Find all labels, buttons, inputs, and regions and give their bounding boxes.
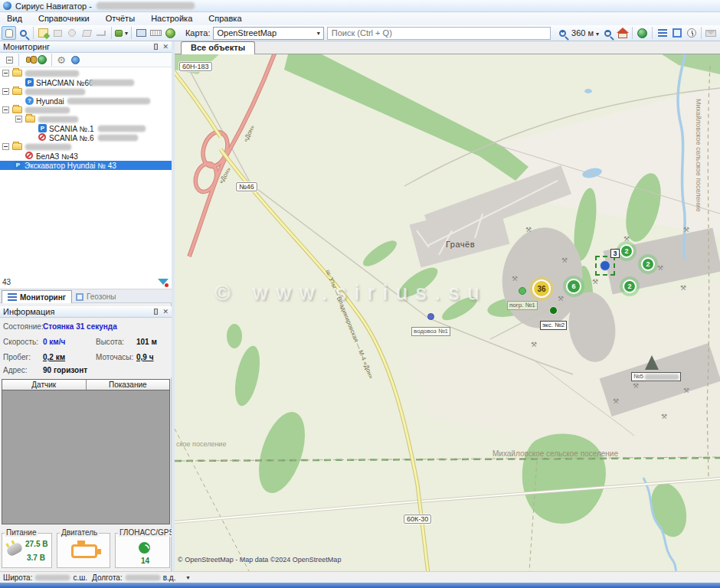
- speed-label: Скорость:: [3, 338, 38, 346]
- filter-value: 43: [2, 278, 11, 286]
- pin-icon[interactable]: [154, 309, 158, 315]
- zoom-in-icon: +: [559, 30, 566, 37]
- ruler-button[interactable]: [149, 26, 163, 40]
- redacted-latitude: [35, 575, 70, 580]
- folder-icon: [12, 106, 22, 113]
- tree-item-folder[interactable]: [0, 142, 172, 152]
- cluster-marker[interactable]: 6: [566, 279, 581, 294]
- tree-item-folder[interactable]: [0, 115, 172, 124]
- tree-item-shacman[interactable]: P SHACMAN №66: [0, 78, 172, 87]
- chevron-down-icon: ▾: [317, 30, 320, 37]
- tree-item-scania1[interactable]: P SCANIA №.1: [0, 124, 172, 133]
- collapse-icon[interactable]: [2, 88, 9, 95]
- menu-directories[interactable]: Справочники: [31, 12, 97, 23]
- menu-settings[interactable]: Настройка: [144, 12, 199, 23]
- map-provider-dropdown[interactable]: OpenStreetMap ▾: [213, 27, 323, 40]
- search-input[interactable]: [328, 28, 550, 39]
- tree-item-excavator-selected[interactable]: P Экскаватор Hyundai № 43: [0, 161, 172, 170]
- home-button[interactable]: [615, 26, 630, 40]
- monitoring-panel-title: Мониторинг: [3, 42, 149, 51]
- unit-marker-darkgreen[interactable]: [549, 306, 558, 315]
- collapse-icon[interactable]: [2, 106, 9, 113]
- menu-reports[interactable]: Отчёты: [99, 12, 142, 23]
- object-label-pogr1[interactable]: погр. №1: [507, 301, 538, 310]
- hours-value[interactable]: 0,9 ч: [136, 353, 154, 361]
- zoom-scale-dropdown[interactable]: 360 м▾: [571, 28, 599, 38]
- show-on-map-button[interactable]: [35, 54, 49, 66]
- polyline-tool-button[interactable]: [94, 26, 109, 40]
- tab-geozones[interactable]: Геозоны: [70, 290, 122, 303]
- tree-item-belaz[interactable]: БелАЗ №43: [0, 152, 172, 161]
- collapse-icon[interactable]: [15, 116, 22, 122]
- circle-tool-button[interactable]: [65, 26, 80, 40]
- tab-all-objects[interactable]: Все объекты: [181, 41, 255, 54]
- close-icon[interactable]: ✕: [162, 44, 169, 51]
- object-label-eks2[interactable]: экс. №2: [540, 321, 567, 330]
- mileage-value[interactable]: 0,2 км: [43, 353, 65, 361]
- pin-icon[interactable]: [154, 44, 158, 50]
- cluster-marker[interactable]: 2: [620, 244, 633, 258]
- select-region-button[interactable]: [669, 26, 684, 40]
- collapse-all-button[interactable]: [2, 54, 16, 66]
- polygon-tool-button[interactable]: [80, 26, 94, 40]
- geozone-icon: [76, 293, 83, 301]
- zoom-tool-button[interactable]: [16, 26, 31, 40]
- engine-gauge: Двигатель: [57, 533, 110, 568]
- tracking-button[interactable]: [68, 54, 82, 66]
- chevron-down-icon[interactable]: ▾: [186, 574, 189, 581]
- close-icon[interactable]: ✕: [162, 309, 169, 315]
- object-list-button[interactable]: [655, 26, 669, 40]
- menu-help[interactable]: Справка: [201, 12, 248, 23]
- tree-settings-button[interactable]: ⚙: [54, 54, 68, 66]
- gps-gauge-label: ГЛОНАСС/GPS: [118, 528, 175, 537]
- tree-item-folder[interactable]: [0, 69, 172, 78]
- binoculars-icon: [26, 57, 31, 63]
- globe-button[interactable]: [635, 26, 650, 40]
- search-box[interactable]: [327, 27, 551, 40]
- map-select-label: Карта:: [185, 28, 211, 38]
- pan-hand-button[interactable]: [2, 26, 16, 40]
- sirius-watermark: © www.sirius.su: [214, 281, 487, 305]
- redacted-text: [67, 98, 150, 104]
- value-column-header[interactable]: Показание: [87, 380, 170, 390]
- object-label-n5-text: №5: [633, 373, 643, 381]
- object-label-vodovoz1[interactable]: водовоз №1: [411, 327, 450, 336]
- collapse-icon[interactable]: [2, 143, 9, 150]
- tree-item-label: Hyundai: [36, 97, 64, 106]
- redacted-text: [645, 374, 679, 380]
- unit-marker-selected[interactable]: [600, 260, 610, 271]
- chevron-down-icon: ▾: [596, 31, 599, 38]
- road-shield-60k30: 60К-30: [404, 514, 431, 524]
- menu-view[interactable]: Вид: [0, 12, 29, 23]
- zoom-out-button[interactable]: −: [601, 26, 615, 40]
- sensor-column-header[interactable]: Датчик: [2, 380, 87, 390]
- mileage-label: Пробег:: [3, 353, 31, 361]
- tree-item-folder[interactable]: [0, 87, 172, 96]
- edit-map-button[interactable]: [36, 26, 51, 40]
- cluster-marker[interactable]: 2: [641, 257, 655, 271]
- map-viewport[interactable]: ⚒⚒ ⚒⚒ ⚒⚒ ⚒⚒ ⚒⚒ ⚒⚒ ⚒⚒ © www.sirius.su 60Н…: [175, 54, 720, 571]
- globe-3d-button[interactable]: [163, 26, 178, 40]
- layers-button[interactable]: ▾: [114, 26, 129, 40]
- cluster-marker[interactable]: 2: [623, 279, 637, 293]
- menu-bar: Вид Справочники Отчёты Настройка Справка: [0, 12, 720, 25]
- power-voltage-2: 3.7 В: [27, 554, 45, 562]
- unit-marker-violet[interactable]: [427, 313, 434, 320]
- unit-marker-green[interactable]: [519, 287, 526, 295]
- parking-status-icon: P: [14, 161, 22, 169]
- mail-button[interactable]: [704, 26, 718, 40]
- screen-button[interactable]: [134, 26, 149, 40]
- tree-item-scania6[interactable]: SCANIA №.6: [0, 133, 172, 142]
- tab-monitoring[interactable]: Мониторинг: [2, 290, 72, 303]
- node-tool-button[interactable]: [51, 26, 65, 40]
- tree-item-hyundai[interactable]: ? Hyundai: [0, 96, 172, 106]
- object-label-n5[interactable]: №5: [631, 372, 681, 381]
- unknown-status-icon: ?: [25, 96, 34, 105]
- svg-text:⚒: ⚒: [531, 341, 537, 348]
- list-icon: [8, 293, 17, 301]
- zoom-in-button[interactable]: +: [555, 26, 570, 40]
- history-button[interactable]: [684, 26, 699, 40]
- collapse-icon[interactable]: [2, 70, 9, 77]
- cluster-marker-large[interactable]: 36: [532, 279, 551, 298]
- find-object-button[interactable]: [21, 54, 35, 66]
